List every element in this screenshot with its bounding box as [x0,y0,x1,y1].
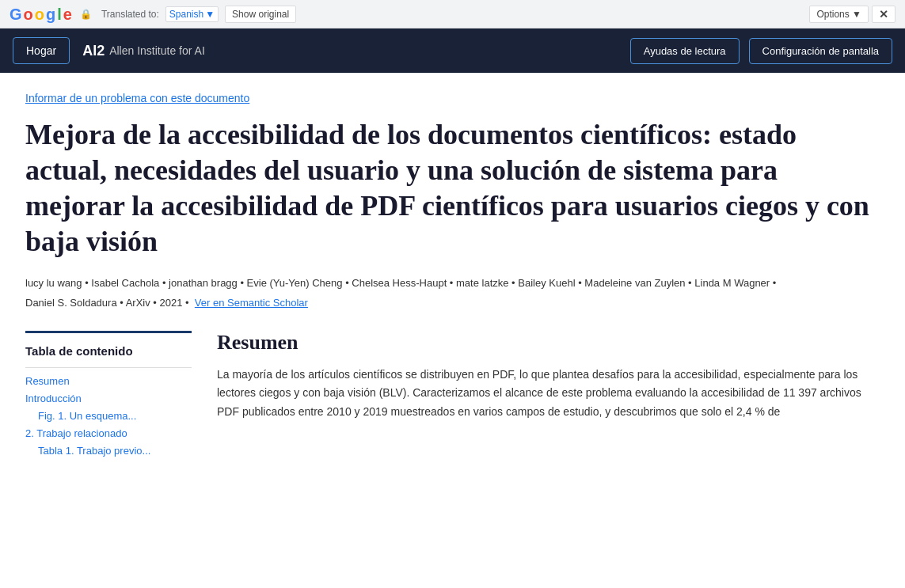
institute-name: Allen Institute for AI [109,44,205,57]
toc-link-introduccion[interactable]: Introducción [25,393,82,404]
ai2-logo: AI2 [82,43,105,59]
options-button[interactable]: Options ▼ [809,6,869,23]
authors-line-2: Daniel S. Soldadura • ArXiv • 2021 • Ver… [25,295,880,312]
reading-aids-button[interactable]: Ayudas de lectura [630,38,740,64]
lock-icon: 🔒 [80,9,92,20]
toc-item-trabajo-relacionado: 2. Trabajo relacionado [25,427,192,439]
toc-link-tabla1[interactable]: Tabla 1. Trabajo previo... [38,445,150,457]
toc-separator [25,367,192,368]
toc-title: Tabla de contenido [25,344,192,358]
translated-label: Translated to: [101,9,159,20]
google-logo: Google [10,6,72,22]
toc-header [25,331,192,341]
report-problem-link[interactable]: Informar de un problema con este documen… [25,92,249,104]
close-translation-button[interactable]: ✕ [872,6,895,23]
translation-bar-right: Options ▼ ✕ [809,6,895,23]
abstract-text: La mayoría de los artículos científicos … [217,366,880,422]
page-content: Informar de un problema con este documen… [0,73,905,588]
semantic-scholar-link[interactable]: Ver en Semantic Scholar [195,297,308,309]
home-button[interactable]: Hogar [13,37,70,64]
main-nav: Hogar AI2 Allen Institute for AI Ayudas … [0,28,905,73]
toc-link-trabajo-relacionado[interactable]: 2. Trabajo relacionado [25,427,127,439]
toc-item-introduccion: Introducción [25,392,192,404]
abstract-section: Resumen La mayoría de los artículos cien… [217,331,880,461]
authors-line-1: lucy lu wang • Isabel Cachola • jonathan… [25,275,880,292]
toc-link-resumen[interactable]: Resumen [25,375,70,387]
main-body: Tabla de contenido Resumen Introducción … [25,331,880,461]
paper-title: Mejora de la accesibilidad de los docume… [25,117,880,260]
toc-item-tabla1: Tabla 1. Trabajo previo... [25,444,192,457]
toc-item-resumen: Resumen [25,374,192,387]
nav-logo: AI2 Allen Institute for AI [82,43,205,59]
show-original-button[interactable]: Show original [225,6,296,23]
language-dropdown[interactable]: Spanish ▼ [165,6,219,22]
toc-item-fig1: Fig. 1. Un esquema... [25,409,192,422]
toc-link-fig1[interactable]: Fig. 1. Un esquema... [38,410,136,422]
display-settings-button[interactable]: Configuración de pantalla [749,38,892,64]
abstract-title: Resumen [217,331,880,355]
nav-right-buttons: Ayudas de lectura Configuración de panta… [630,38,892,64]
table-of-contents: Tabla de contenido Resumen Introducción … [25,331,192,461]
translation-bar: Google 🔒 Translated to: Spanish ▼ Show o… [0,0,905,28]
toc-list: Resumen Introducción Fig. 1. Un esquema.… [25,374,192,457]
